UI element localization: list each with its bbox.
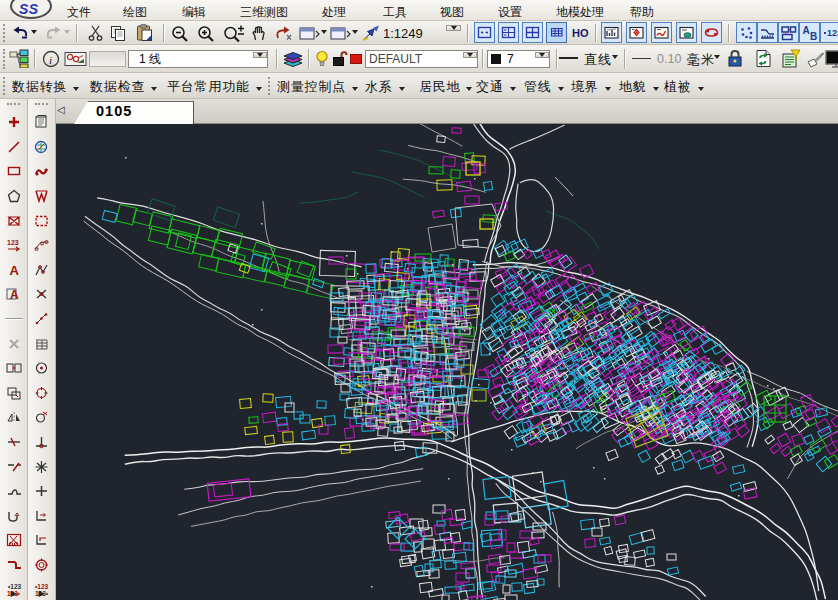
svg-text:B: B bbox=[810, 30, 817, 41]
svg-text:i: i bbox=[49, 54, 52, 66]
svg-text:123: 123 bbox=[827, 28, 838, 38]
svg-text:123: 123 bbox=[7, 239, 19, 246]
svg-text:A: A bbox=[9, 263, 19, 277]
svg-text:A: A bbox=[10, 288, 19, 301]
svg-text:A: A bbox=[803, 25, 810, 36]
